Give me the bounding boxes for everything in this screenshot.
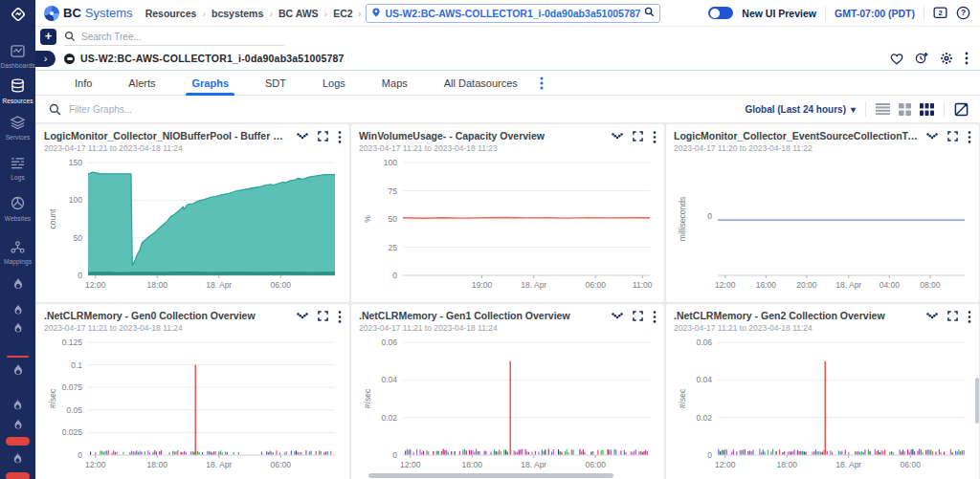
new-ui-toggle[interactable] — [708, 7, 733, 19]
lm-logo-icon[interactable] — [0, 5, 35, 28]
chart[interactable]: 00.0250.050.0750.10.12512:0018:0018. Apr… — [44, 335, 341, 476]
tabs-overflow-icon[interactable] — [540, 76, 544, 90]
kebab-menu-icon[interactable] — [968, 311, 971, 323]
sidebar-item-services[interactable]: Services — [0, 116, 35, 141]
breadcrumb-item[interactable]: BC AWS — [278, 8, 319, 19]
svg-text:18:00: 18:00 — [462, 460, 483, 469]
kebab-menu-icon[interactable] — [968, 131, 971, 143]
expand-fullscreen-icon[interactable] — [947, 311, 958, 323]
alert-flame-icon[interactable] — [0, 451, 35, 469]
expand-fullscreen-icon[interactable] — [318, 311, 328, 323]
legend-toggle-icon[interactable] — [926, 131, 938, 143]
graph-panel: .NetCLRMemory - Gen2 Collection Overview… — [666, 304, 979, 479]
kebab-menu-icon[interactable] — [338, 311, 342, 323]
tab-graphs[interactable]: Graphs — [173, 71, 247, 95]
alert-badge[interactable] — [6, 437, 30, 446]
filter-graphs-box[interactable] — [49, 103, 737, 116]
horizontal-scrollbar[interactable] — [368, 473, 613, 478]
add-resource-button[interactable]: + — [40, 29, 56, 45]
sidebar-item-websites[interactable]: Websites — [0, 196, 35, 222]
chart[interactable]: 05010015012:0018:0018. Apr06:00count — [44, 155, 341, 296]
tab-maps[interactable]: Maps — [364, 71, 426, 95]
feedback-icon[interactable]: 2 — [933, 7, 947, 20]
alert-badge[interactable] — [6, 472, 30, 479]
legend-toggle-icon[interactable] — [612, 131, 623, 143]
kebab-menu-icon[interactable] — [338, 131, 342, 143]
chart[interactable]: 00.020.040.0612:0018:0018. Apr06:00#/sec — [674, 335, 970, 476]
grid-3col-view-icon[interactable] — [920, 103, 934, 116]
vertical-scrollbar[interactable] — [975, 378, 979, 424]
sidebar-item-logs[interactable]: Logs — [0, 156, 35, 181]
alert-flame-icon[interactable] — [0, 398, 35, 416]
grid-2col-view-icon[interactable] — [899, 103, 911, 116]
panel-title: LogicMonitor_Collector_EventSourceCollec… — [674, 130, 919, 142]
svg-text:19:00: 19:00 — [472, 280, 493, 290]
svg-text:06:00: 06:00 — [271, 460, 292, 469]
alert-flame-icon[interactable] — [0, 418, 35, 435]
search-icon[interactable] — [644, 7, 655, 19]
brand-name-bold: BC — [63, 6, 81, 20]
sidebar-item-label: Websites — [0, 215, 35, 222]
kebab-menu-icon[interactable] — [653, 131, 657, 143]
svg-text:0.05: 0.05 — [66, 405, 82, 415]
filter-graphs-input[interactable] — [69, 104, 318, 115]
time-range-dropdown[interactable]: Global (Last 24 hours) ▾ — [745, 104, 856, 115]
breadcrumb-separator: › — [358, 8, 362, 19]
sidebar-item-label: Logs — [0, 174, 35, 181]
list-view-icon[interactable] — [876, 103, 890, 115]
svg-text:06:00: 06:00 — [271, 280, 292, 290]
svg-text:12:00: 12:00 — [715, 280, 736, 290]
alert-flame-icon[interactable] — [0, 362, 35, 381]
expand-fullscreen-icon[interactable] — [633, 311, 643, 323]
svg-text:12:00: 12:00 — [715, 460, 736, 469]
tab-all-datasources[interactable]: All Datasources — [426, 71, 536, 95]
chart[interactable]: 00.020.040.0612:0018:0018. Apr06:00#/sec — [359, 335, 656, 476]
tree-search-input[interactable] — [81, 32, 263, 42]
sidebar-item-resources[interactable]: Resources — [0, 78, 35, 104]
tab-sdt[interactable]: SDT — [247, 71, 304, 95]
expand-fullscreen-icon[interactable] — [318, 131, 328, 143]
chart[interactable]: 012:0016:0020:0018. Apr04:0008:00millise… — [674, 155, 970, 296]
alert-flame-icon[interactable] — [0, 303, 35, 320]
tab-alerts[interactable]: Alerts — [110, 71, 173, 95]
timezone-selector[interactable]: GMT-07:00 (PDT) — [835, 8, 915, 19]
schedule-sdt-icon[interactable] — [915, 52, 928, 65]
kebab-menu-icon[interactable] — [653, 311, 657, 323]
svg-text:12:00: 12:00 — [85, 280, 106, 290]
sidebar-item-mappings[interactable]: Mappings — [0, 240, 35, 265]
chevron-down-icon: ▾ — [851, 104, 856, 115]
toggle-legends-off-icon[interactable] — [954, 102, 969, 117]
graph-panel: LogicMonitor_Collector_EventSourceCollec… — [666, 124, 979, 302]
svg-text:2: 2 — [938, 9, 942, 17]
breadcrumb-current-resource[interactable]: US-W2:BC-AWS-COLLECTOR1_i-0da90ab3a51005… — [366, 4, 660, 23]
panel-title: .NetCLRMemory - Gen0 Collection Overview — [44, 310, 289, 321]
breadcrumb-item[interactable]: Resources — [145, 8, 197, 19]
panel-title: .NetCLRMemory - Gen1 Collection Overview — [359, 310, 604, 321]
legend-toggle-icon[interactable] — [612, 311, 623, 323]
topbar: BC Systems Resources›bcsystems›BC AWS›EC… — [35, 0, 980, 27]
legend-toggle-icon[interactable] — [926, 311, 938, 323]
brand-logo[interactable]: BC Systems — [44, 6, 133, 21]
expand-tree-button[interactable]: › — [35, 51, 56, 67]
panel-daterange: 2023-04-17 11:21 to 2023-04-18 11:24 — [44, 323, 289, 333]
alert-flame-icon[interactable] — [0, 276, 35, 295]
divider — [924, 6, 924, 21]
expand-fullscreen-icon[interactable] — [633, 131, 643, 143]
breadcrumb-separator: › — [202, 8, 206, 19]
legend-toggle-icon[interactable] — [297, 131, 308, 143]
favorite-heart-icon[interactable] — [890, 53, 903, 65]
alert-flame-icon[interactable] — [0, 321, 35, 338]
help-icon[interactable]: ? — [956, 6, 970, 20]
tab-info[interactable]: Info — [56, 71, 110, 95]
expand-fullscreen-icon[interactable] — [947, 131, 958, 143]
kebab-menu-icon[interactable] — [965, 52, 969, 65]
tree-search-box[interactable] — [64, 29, 284, 46]
legend-toggle-icon[interactable] — [297, 311, 308, 323]
chart[interactable]: 025507510019:0018. Apr06:0011:00% — [359, 155, 656, 296]
gear-icon[interactable] — [940, 52, 953, 65]
sidebar-item-dashboards[interactable]: Dashboards — [0, 44, 35, 69]
breadcrumb-item[interactable]: EC2 — [333, 8, 352, 19]
svg-text:#/sec: #/sec — [48, 388, 57, 408]
breadcrumb-item[interactable]: bcsystems — [212, 8, 263, 19]
tab-logs[interactable]: Logs — [304, 71, 364, 95]
